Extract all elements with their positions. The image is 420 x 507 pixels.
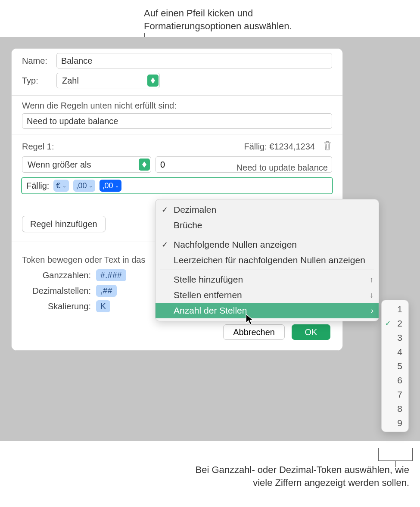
menu-item[interactable]: Brüche [156,218,379,233]
submenu-item[interactable]: 8 [382,401,408,416]
decimal-token-b-value: ,00 [102,181,113,190]
menu-item[interactable]: ✓Dezimalen [156,202,379,218]
menu-item-label: Anzahl der Stellen [174,305,247,316]
menu-item[interactable]: Leerzeichen für nachfolgenden Nullen anz… [156,252,379,268]
chevron-updown-icon [147,75,159,87]
rule-header: Regel 1: Fällig: €1234,1234 [12,137,342,156]
submenu-item[interactable]: 7 [382,387,408,401]
decimals-label: Dezimalstellen: [22,286,91,296]
submenu-item-label: 2 [397,318,402,329]
submenu-item-label: 6 [397,375,402,386]
submenu-item-label: 5 [397,361,402,371]
name-input[interactable] [56,53,332,68]
chevron-right-icon: › [371,306,373,315]
mouse-cursor-icon [246,314,255,326]
svg-marker-1 [151,81,155,84]
arrow-down-icon: ↓ [370,291,373,300]
callout-bracket [378,448,413,461]
currency-token[interactable]: €⌄ [53,180,69,192]
svg-marker-3 [142,165,146,168]
currency-token-value: € [56,181,60,190]
submenu-item[interactable]: 5 [382,359,408,373]
check-icon: ✓ [162,205,168,215]
type-label: Typ: [22,76,56,86]
submenu-item[interactable]: 1 [382,302,408,316]
check-icon: ✓ [385,319,391,327]
cancel-button[interactable]: Abbrechen [223,324,285,340]
menu-item[interactable]: Stelle hinzufügen↑ [156,272,379,287]
menu-item[interactable]: Stellen entfernen↓ [156,287,379,303]
arrow-up-icon: ↑ [370,275,373,284]
integers-label: Ganzzahlen: [22,271,91,280]
condition-preview: Need to update balance [236,163,328,173]
name-label: Name: [22,56,56,66]
submenu-item-label: 1 [397,304,402,314]
format-token-row[interactable]: Fällig: €⌄ ,00⌄ ,00⌄ [21,177,333,194]
svg-marker-0 [151,78,155,81]
menu-separator [160,235,374,235]
due-label: Fällig: [25,181,49,191]
scaling-token[interactable]: K [96,300,110,312]
digit-count-submenu: 1✓23456789 [381,300,409,432]
menu-item-label: Stellen entfernen [174,290,242,300]
condition-label: Wenn die Regeln unten nicht erfüllt sind… [12,98,342,112]
submenu-item-label: 4 [397,347,402,357]
decimal-token-a-value: ,00 [76,181,87,190]
submenu-item[interactable]: 9 [382,416,408,430]
chevron-down-icon: ⌄ [89,183,93,189]
menu-item-label: Dezimalen [174,205,216,215]
chevron-down-icon: ⌄ [62,183,66,189]
decimal-options-menu: ✓DezimalenBrüche✓Nachfolgende Nullen anz… [155,199,379,321]
rule-condition-value: Wenn größer als [28,160,91,170]
type-select-value: Zahl [62,76,79,86]
condition-field[interactable]: Need to update balance [22,113,332,129]
submenu-item-label: 3 [397,333,402,343]
chevron-updown-icon [139,159,150,171]
ok-button[interactable]: OK [292,324,330,340]
submenu-item-label: 8 [397,404,402,414]
menu-item-label: Nachfolgende Nullen anzeigen [174,240,297,250]
type-row: Typ: Zahl [12,73,342,93]
submenu-item-label: 9 [397,418,402,428]
rule-preview: Fällig: €1234,1234 [244,142,315,152]
trash-icon[interactable] [323,140,332,153]
type-select[interactable]: Zahl [56,73,160,88]
rule-number-label: Regel 1: [22,142,54,152]
submenu-item[interactable]: ✓2 [382,316,408,330]
divider [12,134,342,134]
svg-marker-2 [142,162,146,165]
menu-item-label: Brüche [174,220,202,230]
scaling-label: Skalierung: [22,302,91,311]
submenu-item[interactable]: 6 [382,373,408,387]
add-rule-button[interactable]: Regel hinzufügen [22,216,106,232]
submenu-item[interactable]: 3 [382,330,408,345]
submenu-item[interactable]: 4 [382,345,408,359]
decimal-token-a[interactable]: ,00⌄ [73,180,95,192]
condition-value: Need to update balance [27,116,118,126]
divider [12,95,342,96]
menu-item[interactable]: ✓Nachfolgende Nullen anzeigen [156,237,379,252]
callout-top: Auf einen Pfeil kicken und Formatierungs… [144,7,329,32]
menu-item-label: Stelle hinzufügen [174,274,243,285]
rule-condition-select[interactable]: Wenn größer als [22,156,151,173]
callout-bottom: Bei Ganzzahl- oder Dezimal-Token auswähl… [177,463,409,489]
integers-token[interactable]: #.### [96,269,126,281]
decimals-token[interactable]: ,## [96,285,117,297]
menu-item[interactable]: Anzahl der Stellen› [156,303,379,318]
decimal-token-b[interactable]: ,00⌄ [100,180,121,192]
menu-item-label: Leerzeichen für nachfolgenden Nullen anz… [174,255,365,265]
submenu-item-label: 7 [397,389,402,400]
name-row: Name: [12,49,342,73]
chevron-down-icon: ⌄ [115,183,119,189]
menu-separator [160,270,374,270]
check-icon: ✓ [162,240,168,249]
